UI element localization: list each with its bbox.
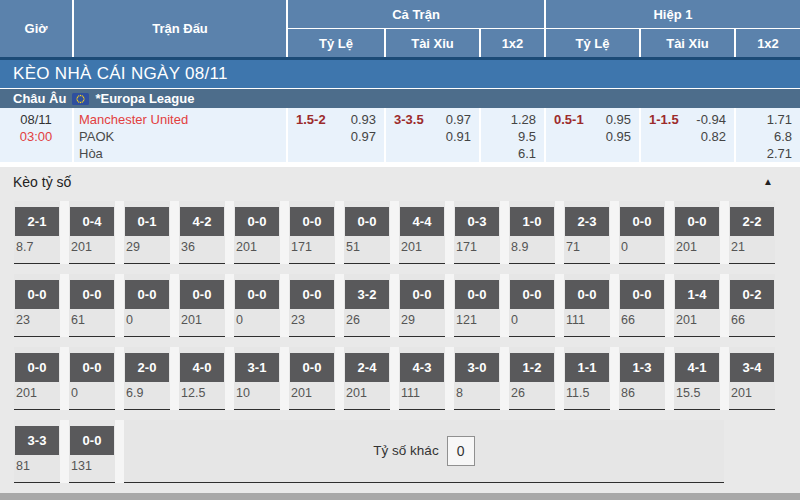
- score-label[interactable]: 2-3: [565, 207, 609, 236]
- score-label[interactable]: 0-0: [345, 207, 389, 236]
- half-over-odd[interactable]: -0.94: [696, 111, 726, 128]
- score-label[interactable]: 0-4: [70, 207, 114, 236]
- full-handicap-odd-home[interactable]: 0.93: [351, 111, 376, 128]
- score-label[interactable]: 0-0: [70, 353, 114, 382]
- score-cell[interactable]: 4-4201: [399, 201, 445, 264]
- score-label[interactable]: 0-0: [455, 280, 499, 309]
- score-label[interactable]: 0-0: [15, 280, 59, 309]
- score-label[interactable]: 0-0: [125, 280, 169, 309]
- score-label[interactable]: 0-0: [290, 207, 334, 236]
- score-label[interactable]: 0-0: [235, 207, 279, 236]
- score-cell[interactable]: 3-4201: [729, 347, 775, 410]
- score-label[interactable]: 3-4: [730, 353, 774, 382]
- score-cell[interactable]: 0-0201: [674, 201, 720, 264]
- score-cell[interactable]: 4-3111: [399, 347, 445, 410]
- score-label[interactable]: 0-0: [235, 280, 279, 309]
- full-under-odd[interactable]: 0.91: [446, 128, 471, 145]
- half-handicap-odd-away[interactable]: 0.95: [606, 128, 631, 145]
- score-label[interactable]: 1-4: [675, 280, 719, 309]
- full-1x2-home[interactable]: 1.28: [481, 111, 536, 128]
- score-cell[interactable]: 0-129: [124, 201, 170, 264]
- score-cell[interactable]: 0-00: [234, 274, 280, 337]
- score-label[interactable]: 0-0: [70, 426, 114, 455]
- score-cell[interactable]: 3-08: [454, 347, 500, 410]
- score-label[interactable]: 4-2: [180, 207, 224, 236]
- league-name[interactable]: *Europa League: [95, 91, 194, 106]
- score-label[interactable]: 0-0: [565, 280, 609, 309]
- score-cell[interactable]: 0-0111: [564, 274, 610, 337]
- half-under-odd[interactable]: 0.82: [696, 128, 726, 145]
- half-1x2-away[interactable]: 6.8: [736, 128, 792, 145]
- score-cell[interactable]: 2-18.7: [14, 201, 60, 264]
- full-over-odd[interactable]: 0.97: [446, 111, 471, 128]
- score-cell[interactable]: 0-266: [729, 274, 775, 337]
- score-label[interactable]: 2-2: [730, 207, 774, 236]
- half-handicap-odd-home[interactable]: 0.95: [606, 111, 631, 128]
- score-label[interactable]: 0-0: [620, 280, 664, 309]
- score-cell[interactable]: 1-226: [509, 347, 555, 410]
- score-cell[interactable]: 0-00: [509, 274, 555, 337]
- score-label[interactable]: 1-3: [620, 353, 664, 382]
- score-label[interactable]: 3-2: [345, 280, 389, 309]
- score-cell[interactable]: 0-3171: [454, 201, 500, 264]
- score-label[interactable]: 0-0: [510, 280, 554, 309]
- collapse-arrow-icon[interactable]: ▲: [763, 176, 773, 187]
- score-cell[interactable]: 0-0121: [454, 274, 500, 337]
- score-label[interactable]: 2-1: [15, 207, 59, 236]
- score-cell[interactable]: 0-066: [619, 274, 665, 337]
- score-cell[interactable]: 0-00: [69, 347, 115, 410]
- score-label[interactable]: 3-0: [455, 353, 499, 382]
- score-label[interactable]: 0-0: [290, 280, 334, 309]
- half-1x2-home[interactable]: 1.71: [736, 111, 792, 128]
- bottom-scrollbar[interactable]: [0, 493, 800, 500]
- score-label[interactable]: 0-0: [70, 280, 114, 309]
- score-label[interactable]: 1-0: [510, 207, 554, 236]
- score-cell[interactable]: 0-00: [124, 274, 170, 337]
- score-label[interactable]: 0-0: [290, 353, 334, 382]
- score-label[interactable]: 0-0: [180, 280, 224, 309]
- score-label[interactable]: 1-1: [565, 353, 609, 382]
- score-label[interactable]: 0-0: [675, 207, 719, 236]
- score-cell[interactable]: 0-0201: [289, 347, 335, 410]
- score-label[interactable]: 0-1: [125, 207, 169, 236]
- score-cell[interactable]: 1-111.5: [564, 347, 610, 410]
- full-1x2-away[interactable]: 9.5: [481, 128, 536, 145]
- score-cell[interactable]: 4-236: [179, 201, 225, 264]
- score-cell[interactable]: 2-371: [564, 201, 610, 264]
- score-label[interactable]: 2-0: [125, 353, 169, 382]
- full-handicap-odd-away[interactable]: 0.97: [351, 128, 376, 145]
- score-cell[interactable]: 0-0201: [179, 274, 225, 337]
- half-1x2-draw[interactable]: 2.71: [736, 145, 792, 162]
- score-cell[interactable]: 0-0201: [234, 201, 280, 264]
- score-cell[interactable]: 0-0201: [14, 347, 60, 410]
- score-cell[interactable]: 3-226: [344, 274, 390, 337]
- score-cell[interactable]: 0-061: [69, 274, 115, 337]
- score-cell[interactable]: 1-386: [619, 347, 665, 410]
- score-label[interactable]: 0-0: [15, 353, 59, 382]
- score-label[interactable]: 0-0: [400, 280, 444, 309]
- score-label[interactable]: 3-3: [15, 426, 59, 455]
- score-label[interactable]: 3-1: [235, 353, 279, 382]
- score-label[interactable]: 4-3: [400, 353, 444, 382]
- score-cell[interactable]: 2-4201: [344, 347, 390, 410]
- score-cell[interactable]: 0-023: [289, 274, 335, 337]
- score-cell[interactable]: 3-381: [14, 420, 60, 483]
- score-cell[interactable]: 1-4201: [674, 274, 720, 337]
- score-cell[interactable]: 0-023: [14, 274, 60, 337]
- score-label[interactable]: 4-4: [400, 207, 444, 236]
- home-team[interactable]: Manchester United: [79, 111, 286, 128]
- score-cell[interactable]: 4-115.5: [674, 347, 720, 410]
- score-label[interactable]: 2-4: [345, 353, 389, 382]
- score-cell[interactable]: 3-110: [234, 347, 280, 410]
- score-cell[interactable]: 4-012.5: [179, 347, 225, 410]
- score-cell[interactable]: 0-029: [399, 274, 445, 337]
- score-cell[interactable]: 2-221: [729, 201, 775, 264]
- score-cell[interactable]: 0-051: [344, 201, 390, 264]
- score-label[interactable]: 0-0: [620, 207, 664, 236]
- score-label[interactable]: 0-3: [455, 207, 499, 236]
- score-cell[interactable]: 1-08.9: [509, 201, 555, 264]
- score-cell[interactable]: 0-0171: [289, 201, 335, 264]
- score-label[interactable]: 4-0: [180, 353, 224, 382]
- full-1x2-draw[interactable]: 6.1: [481, 145, 536, 162]
- away-team[interactable]: PAOK: [79, 128, 286, 145]
